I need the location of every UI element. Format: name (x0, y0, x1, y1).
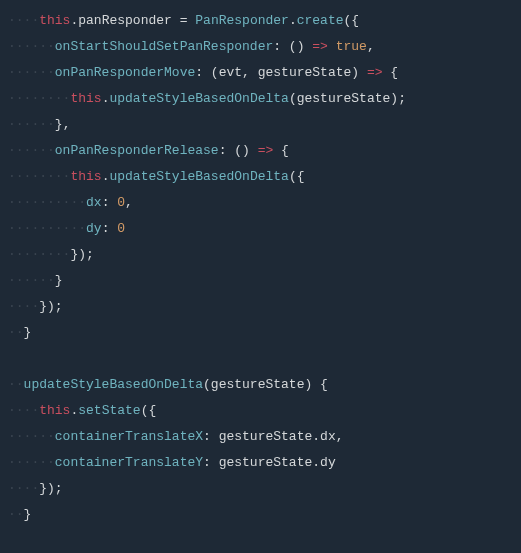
code-line: ······onStartShouldSetPanResponder: () =… (0, 34, 521, 60)
code-line: ····this.setState({ (0, 398, 521, 424)
code-line: ······onPanResponderMove: (evt, gestureS… (0, 60, 521, 86)
code-line: ··········dy: 0 (0, 216, 521, 242)
code-line: ······containerTranslateX: gestureState.… (0, 424, 521, 450)
code-line: ······onPanResponderRelease: () => { (0, 138, 521, 164)
code-line: ··} (0, 320, 521, 346)
code-line: ····}); (0, 294, 521, 320)
code-line: ········}); (0, 242, 521, 268)
code-line: ··········dx: 0, (0, 190, 521, 216)
code-line: ··} (0, 502, 521, 528)
code-line: ······containerTranslateY: gestureState.… (0, 450, 521, 476)
code-line: ······} (0, 268, 521, 294)
whitespace: ···· (8, 13, 39, 28)
code-line: ····}); (0, 476, 521, 502)
code-line (0, 346, 521, 372)
code-line: ········this.updateStyleBasedOnDelta({ (0, 164, 521, 190)
code-line: ····this.panResponder = PanResponder.cre… (0, 8, 521, 34)
keyword-this: this (39, 13, 70, 28)
code-line: ········this.updateStyleBasedOnDelta(ges… (0, 86, 521, 112)
code-line: ··updateStyleBasedOnDelta(gestureState) … (0, 372, 521, 398)
code-line: ······}, (0, 112, 521, 138)
code-editor[interactable]: ····this.panResponder = PanResponder.cre… (0, 8, 521, 528)
